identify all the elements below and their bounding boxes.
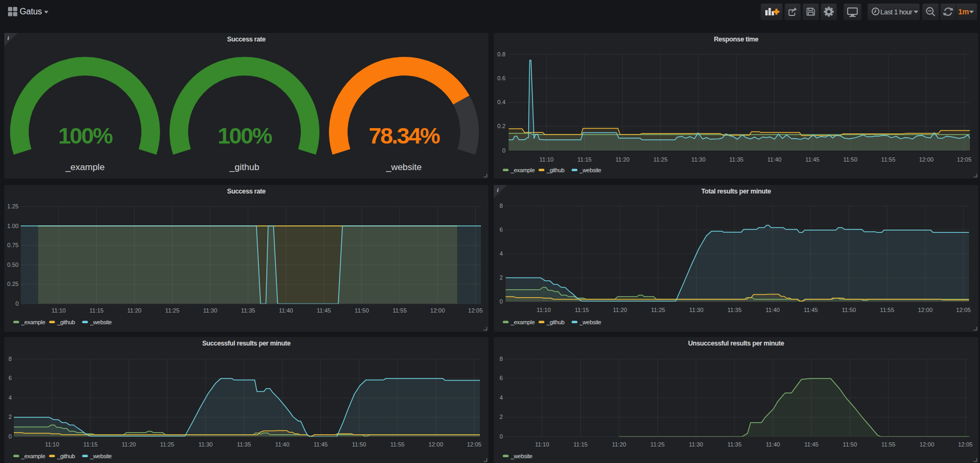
svg-text:11:40: 11:40 bbox=[766, 441, 780, 448]
svg-text:_website: _website bbox=[90, 453, 112, 459]
svg-text:11:35: 11:35 bbox=[237, 441, 251, 448]
svg-text:_github: _github bbox=[229, 162, 259, 172]
svg-text:11:40: 11:40 bbox=[279, 307, 293, 314]
svg-text:11:25: 11:25 bbox=[651, 307, 665, 313]
svg-text:6: 6 bbox=[500, 226, 503, 233]
svg-text:1.25: 1.25 bbox=[7, 203, 19, 209]
svg-text:0.8: 0.8 bbox=[497, 51, 505, 57]
svg-text:11:35: 11:35 bbox=[729, 156, 744, 163]
svg-text:4: 4 bbox=[500, 250, 503, 257]
svg-text:12:05: 12:05 bbox=[468, 307, 483, 314]
svg-text:0.50: 0.50 bbox=[7, 262, 19, 268]
svg-text:12:00: 12:00 bbox=[919, 441, 934, 448]
svg-text:11:55: 11:55 bbox=[393, 307, 407, 314]
svg-text:11:20: 11:20 bbox=[613, 307, 627, 313]
svg-text:11:25: 11:25 bbox=[650, 441, 665, 448]
svg-text:78.34%: 78.34% bbox=[369, 123, 441, 148]
svg-text:11:35: 11:35 bbox=[241, 307, 255, 314]
svg-text:11:55: 11:55 bbox=[880, 307, 894, 313]
svg-text:4: 4 bbox=[500, 394, 503, 401]
svg-text:100%: 100% bbox=[217, 123, 272, 148]
svg-text:12:05: 12:05 bbox=[956, 307, 971, 313]
svg-text:11:10: 11:10 bbox=[52, 307, 66, 314]
svg-text:11:30: 11:30 bbox=[689, 441, 703, 448]
svg-text:11:20: 11:20 bbox=[612, 441, 626, 448]
svg-text:11:15: 11:15 bbox=[83, 441, 98, 448]
svg-text:11:10: 11:10 bbox=[45, 441, 60, 448]
svg-text:11:45: 11:45 bbox=[804, 307, 818, 313]
svg-text:11:20: 11:20 bbox=[128, 307, 142, 314]
svg-text:Total results per minute: Total results per minute bbox=[701, 188, 771, 195]
svg-text:11:50: 11:50 bbox=[842, 307, 856, 313]
svg-text:11:20: 11:20 bbox=[122, 441, 136, 448]
svg-text:11:15: 11:15 bbox=[575, 307, 589, 313]
svg-text:Unsuccessful results per minut: Unsuccessful results per minute bbox=[688, 340, 784, 347]
svg-text:_website: _website bbox=[385, 162, 421, 172]
svg-text:0.2: 0.2 bbox=[497, 123, 505, 129]
svg-text:11:55: 11:55 bbox=[881, 441, 895, 448]
svg-text:0.75: 0.75 bbox=[7, 242, 19, 248]
svg-text:11:45: 11:45 bbox=[317, 307, 331, 314]
svg-text:11:15: 11:15 bbox=[89, 307, 104, 314]
svg-text:11:35: 11:35 bbox=[728, 307, 742, 313]
svg-text:11:45: 11:45 bbox=[804, 441, 818, 448]
svg-text:11:15: 11:15 bbox=[573, 441, 588, 448]
svg-text:12:05: 12:05 bbox=[958, 441, 973, 448]
svg-text:0: 0 bbox=[500, 433, 503, 440]
svg-text:Last 1 hour: Last 1 hour bbox=[881, 8, 913, 16]
svg-text:_example: _example bbox=[21, 319, 45, 325]
svg-text:1m: 1m bbox=[958, 7, 969, 16]
svg-text:12:05: 12:05 bbox=[467, 441, 481, 448]
svg-text:11:30: 11:30 bbox=[198, 441, 213, 448]
svg-text:2: 2 bbox=[9, 414, 12, 420]
svg-text:_website: _website bbox=[90, 319, 112, 325]
svg-text:_website: _website bbox=[510, 453, 533, 459]
svg-text:11:20: 11:20 bbox=[615, 156, 630, 163]
svg-text:100%: 100% bbox=[58, 123, 113, 148]
svg-text:0: 0 bbox=[15, 300, 19, 307]
svg-text:12:00: 12:00 bbox=[919, 156, 934, 163]
svg-text:0: 0 bbox=[9, 433, 12, 440]
svg-text:0: 0 bbox=[502, 147, 505, 154]
svg-text:12:00: 12:00 bbox=[918, 307, 933, 313]
svg-text:12:00: 12:00 bbox=[428, 441, 443, 448]
svg-text:11:30: 11:30 bbox=[689, 307, 704, 313]
svg-text:Successful results per minute: Successful results per minute bbox=[202, 340, 291, 347]
svg-text:11:25: 11:25 bbox=[653, 156, 668, 163]
svg-text:11:50: 11:50 bbox=[352, 441, 366, 448]
svg-text:0.6: 0.6 bbox=[497, 75, 505, 81]
svg-text:11:40: 11:40 bbox=[765, 307, 780, 313]
svg-text:0.25: 0.25 bbox=[7, 281, 19, 287]
svg-text:0.4: 0.4 bbox=[497, 99, 505, 105]
svg-text:_example: _example bbox=[21, 453, 45, 459]
svg-text:_website: _website bbox=[579, 319, 602, 325]
svg-text:11:10: 11:10 bbox=[537, 307, 551, 313]
svg-text:Success rate: Success rate bbox=[227, 188, 266, 195]
svg-text:11:45: 11:45 bbox=[805, 156, 820, 163]
svg-text:_example: _example bbox=[510, 319, 535, 325]
svg-text:11:50: 11:50 bbox=[843, 441, 857, 448]
svg-text:2: 2 bbox=[500, 274, 503, 281]
svg-text:11:10: 11:10 bbox=[535, 441, 550, 448]
svg-text:_example: _example bbox=[65, 162, 105, 172]
svg-text:11:50: 11:50 bbox=[354, 307, 369, 314]
svg-text:_github: _github bbox=[56, 453, 75, 459]
svg-text:11:10: 11:10 bbox=[539, 156, 554, 163]
svg-text:6: 6 bbox=[9, 375, 12, 381]
svg-text:11:55: 11:55 bbox=[881, 156, 895, 163]
svg-text:_github: _github bbox=[546, 319, 564, 325]
svg-text:12:05: 12:05 bbox=[957, 156, 972, 163]
svg-text:11:25: 11:25 bbox=[160, 441, 174, 448]
svg-text:11:30: 11:30 bbox=[203, 307, 217, 314]
svg-text:11:25: 11:25 bbox=[165, 307, 180, 314]
svg-text:12:00: 12:00 bbox=[430, 307, 445, 314]
svg-text:2: 2 bbox=[500, 414, 503, 420]
svg-text:11:45: 11:45 bbox=[314, 441, 328, 448]
svg-text:Gatus: Gatus bbox=[20, 7, 42, 16]
svg-text:Success rate: Success rate bbox=[227, 36, 266, 43]
svg-text:11:40: 11:40 bbox=[767, 156, 782, 163]
svg-text:_example: _example bbox=[510, 167, 535, 173]
svg-text:Response time: Response time bbox=[714, 36, 758, 43]
svg-text:11:55: 11:55 bbox=[390, 441, 404, 448]
svg-text:6: 6 bbox=[500, 375, 503, 381]
